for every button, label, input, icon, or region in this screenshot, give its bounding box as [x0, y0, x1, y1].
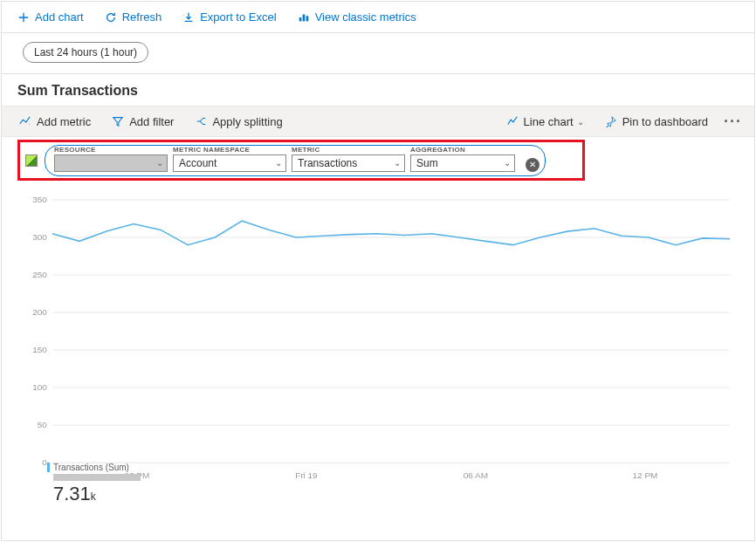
svg-text:100: 100	[32, 382, 47, 392]
chart-title: Sum Transactions	[2, 74, 754, 106]
series-color-swatch[interactable]	[25, 154, 38, 167]
svg-text:300: 300	[32, 232, 47, 242]
chevron-down-icon: ⌄	[577, 117, 584, 127]
svg-text:200: 200	[32, 307, 47, 317]
export-button[interactable]: Export to Excel	[175, 5, 283, 30]
metric-picker: RESOURCE ⌄ METRIC NAMESPACE Account⌄ MET…	[45, 145, 546, 176]
svg-text:250: 250	[32, 270, 47, 279]
namespace-label: METRIC NAMESPACE	[173, 146, 286, 154]
split-icon	[195, 115, 207, 127]
svg-rect-0	[299, 17, 301, 21]
svg-text:350: 350	[32, 196, 47, 204]
view-classic-button[interactable]: View classic metrics	[291, 5, 423, 30]
refresh-icon	[105, 11, 117, 24]
add-filter-button[interactable]: Add filter	[105, 109, 181, 134]
chart-toolbar: Add metric Add filter Apply splitting	[2, 106, 754, 137]
chevron-down-icon: ⌄	[504, 158, 511, 168]
resource-label: RESOURCE	[54, 146, 168, 154]
metric-select[interactable]: Transactions⌄	[292, 154, 405, 172]
svg-text:06 AM: 06 AM	[464, 470, 488, 480]
namespace-select[interactable]: Account⌄	[173, 154, 286, 172]
time-range-pill[interactable]: Last 24 hours (1 hour)	[23, 42, 148, 63]
remove-metric-button[interactable]: ✕	[526, 158, 540, 172]
pin-icon	[605, 115, 617, 127]
pin-dashboard-button[interactable]: Pin to dashboard	[598, 109, 715, 134]
chevron-down-icon: ⌄	[275, 158, 282, 168]
legend-card: Transactions (Sum) 7.31k	[47, 463, 141, 505]
metric-label: METRIC	[292, 146, 405, 154]
svg-text:12 PM: 12 PM	[633, 470, 658, 480]
aggregation-label: AGGREGATION	[410, 146, 515, 154]
svg-text:150: 150	[32, 345, 47, 354]
plus-icon	[17, 11, 30, 24]
svg-text:50: 50	[38, 420, 48, 429]
aggregation-select[interactable]: Sum⌄	[410, 154, 515, 172]
legend-value: 7.31k	[47, 483, 141, 505]
chevron-down-icon: ⌄	[394, 158, 401, 168]
top-toolbar: Add chart Refresh Export to Excel View c…	[2, 2, 754, 33]
chart-area: 05010015020025030035006 PMFri 1906 AM12 …	[17, 196, 739, 484]
filter-icon	[112, 115, 124, 127]
svg-rect-2	[306, 16, 308, 21]
line-plus-icon	[19, 115, 31, 127]
add-metric-button[interactable]: Add metric	[12, 109, 98, 134]
chart-type-dropdown[interactable]: Line chart ⌄	[499, 109, 591, 134]
resource-select[interactable]: ⌄	[54, 154, 168, 172]
line-chart: 05010015020025030035006 PMFri 1906 AM12 …	[17, 196, 739, 484]
svg-rect-1	[302, 14, 305, 21]
refresh-button[interactable]: Refresh	[98, 5, 169, 30]
legend-redacted-bar	[53, 474, 141, 481]
bar-chart-icon	[298, 11, 310, 24]
svg-text:Fri 19: Fri 19	[295, 470, 318, 480]
chevron-down-icon: ⌄	[156, 158, 163, 168]
line-chart-icon	[506, 115, 519, 127]
apply-splitting-button[interactable]: Apply splitting	[188, 109, 289, 134]
more-menu-button[interactable]: ···	[718, 113, 747, 131]
svg-point-3	[29, 124, 30, 125]
download-icon	[182, 11, 195, 24]
add-chart-button[interactable]: Add chart	[10, 5, 91, 30]
legend-series-name: Transactions (Sum)	[47, 463, 141, 472]
metric-picker-highlight: RESOURCE ⌄ METRIC NAMESPACE Account⌄ MET…	[17, 140, 585, 181]
